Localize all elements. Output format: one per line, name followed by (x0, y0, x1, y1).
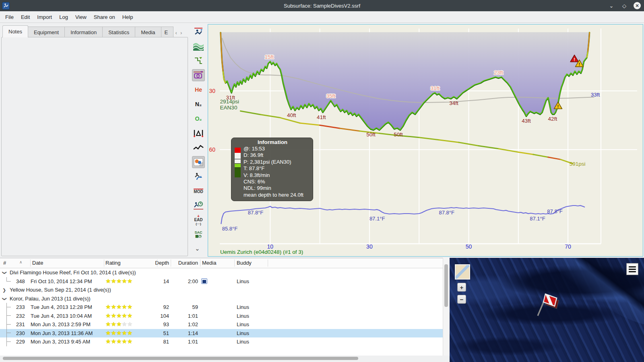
tab-information[interactable]: Information (65, 27, 103, 37)
map-zoom-in-button[interactable]: + (457, 283, 466, 292)
column-header-date[interactable]: Date (32, 260, 101, 266)
menu-share-on[interactable]: Share on (90, 12, 119, 22)
star-3[interactable]: ★ (116, 312, 122, 319)
menu-import[interactable]: Import (33, 12, 56, 22)
scrollbar-thumb[interactable] (444, 264, 448, 307)
menu-log[interactable]: Log (56, 12, 72, 22)
star-3[interactable]: ★ (116, 321, 122, 327)
column-separator[interactable] (171, 259, 171, 267)
minimap-toggle[interactable] (455, 264, 470, 280)
dive-flag-marker[interactable] (532, 290, 560, 318)
tab-media[interactable]: Media (135, 27, 161, 37)
star-4[interactable]: ★ (122, 303, 127, 310)
pp-helium-icon[interactable]: He (192, 84, 205, 96)
dive-row-229[interactable]: 229Mon Jun 3, 2013 9:45 AM★★★★★811:01Lin… (0, 337, 443, 346)
heart-rate-icon[interactable] (192, 142, 205, 154)
star-3[interactable]: ★ (116, 329, 122, 336)
tab-statistics[interactable]: Statistics (103, 27, 135, 37)
tab-equipment[interactable]: Equipment (28, 27, 65, 37)
tab-scroll-left-icon[interactable]: ‹ (174, 30, 178, 36)
toolbar-scroll-down-icon[interactable]: ⌄ (195, 245, 200, 252)
media-thumbnail-icon[interactable] (201, 278, 207, 285)
tab-notes[interactable]: Notes (2, 25, 28, 37)
dive-list-vertical-scrollbar[interactable] (443, 258, 449, 356)
star-5[interactable]: ★ (127, 329, 132, 336)
ndl-tts-icon[interactable] (192, 200, 205, 212)
ceiling-3m-increments-icon[interactable] (192, 55, 205, 67)
dive-row-231[interactable]: 231Mon Jun 3, 2013 2:59 PM★★★★★931:02Lin… (0, 320, 443, 329)
mod-icon[interactable]: MOD (192, 185, 205, 197)
star-1[interactable]: ★ (105, 278, 111, 284)
star-2[interactable]: ★ (111, 329, 116, 336)
dive-row-348[interactable]: 348Fri Oct 10, 2014 12:34 PM★★★★★142:00L… (0, 277, 443, 286)
column-header-rating[interactable]: Rating (105, 260, 142, 266)
star-3[interactable]: ★ (116, 303, 122, 310)
column-separator[interactable] (234, 259, 235, 267)
tab-e[interactable]: E (161, 27, 173, 37)
star-1[interactable]: ★ (105, 338, 111, 345)
column-separator[interactable] (104, 259, 104, 267)
column-separator[interactable] (30, 259, 31, 267)
column-separator[interactable] (200, 259, 200, 267)
star-2[interactable]: ★ (111, 278, 116, 284)
dive-row-230[interactable]: 230Mon Jun 3, 2013 11:36 AM★★★★★511:14Li… (0, 329, 443, 338)
menu-help[interactable]: Help (119, 12, 137, 22)
star-2[interactable]: ★ (111, 312, 116, 319)
menu-view[interactable]: View (72, 12, 90, 22)
star-4[interactable]: ★ (122, 338, 127, 345)
column-header-buddy[interactable]: Buddy (237, 260, 285, 266)
close-icon[interactable]: ✕ (634, 2, 641, 9)
menu-file[interactable]: File (2, 12, 17, 22)
dc-ceiling-icon[interactable] (192, 26, 205, 38)
star-5[interactable]: ★ (127, 303, 132, 310)
dive-row-232[interactable]: 232Tue Jun 4, 2013 10:04 AM★★★★★1041:01L… (0, 312, 443, 321)
column-separator[interactable] (268, 259, 268, 267)
star-5[interactable]: ★ (127, 321, 132, 327)
star-4[interactable]: ★ (122, 321, 127, 327)
star-4[interactable]: ★ (122, 312, 127, 319)
collapse-icon[interactable]: ❯ (2, 271, 7, 275)
tab-scroll-right-icon[interactable]: › (179, 30, 183, 36)
scrollbar-thumb[interactable] (3, 357, 358, 360)
column-separator[interactable] (157, 259, 157, 267)
pp-nitrogen-icon[interactable]: N₂ (192, 98, 205, 110)
column-header-duration[interactable]: Duration (171, 260, 198, 266)
trip-row[interactable]: ❯Yellow House, Sun Sep 21, 2014 (1 dive(… (0, 286, 443, 294)
star-1[interactable]: ★ (105, 303, 111, 310)
star-1[interactable]: ★ (105, 329, 111, 336)
dive-site-map[interactable]: + − (450, 258, 644, 362)
trip-row[interactable]: ❯Divi Flamingo House Reef, Fri Oct 10, 2… (0, 268, 443, 277)
trip-row[interactable]: ❯Koror, Palau, Jun 2013 (11 dive(s)) (0, 294, 443, 303)
pp-oxygen-icon[interactable]: O₂ (192, 113, 205, 125)
star-4[interactable]: ★ (122, 278, 127, 284)
star-4[interactable]: ★ (122, 329, 127, 336)
photos-icon[interactable] (192, 156, 205, 168)
column-header-media[interactable]: Media (202, 260, 226, 266)
menu-edit[interactable]: Edit (17, 12, 33, 22)
calculated-ceiling-icon[interactable] (192, 40, 205, 52)
map-zoom-out-button[interactable]: − (457, 295, 466, 304)
star-5[interactable]: ★ (127, 278, 132, 284)
column-header-depth[interactable]: Depth (143, 260, 169, 266)
dive-list-horizontal-scrollbar[interactable] (0, 356, 449, 361)
maximize-icon[interactable]: ◇ (621, 2, 628, 9)
gas-switch-icon[interactable] (192, 171, 205, 183)
sac-rate-icon[interactable]: SAC▦◷ (192, 228, 205, 241)
star-5[interactable]: ★ (127, 338, 132, 345)
star-1[interactable]: ★ (105, 321, 111, 327)
collapse-icon[interactable]: ❯ (2, 297, 7, 301)
sort-indicator-icon[interactable]: ∧ (19, 260, 22, 264)
star-1[interactable]: ★ (105, 312, 111, 319)
tank-bar-icon[interactable] (192, 69, 205, 81)
star-5[interactable]: ★ (127, 312, 132, 319)
star-3[interactable]: ★ (116, 338, 122, 345)
column-header-num[interactable]: # (3, 260, 19, 266)
map-menu-icon[interactable] (626, 263, 638, 275)
expand-icon[interactable]: ❯ (2, 288, 6, 293)
dive-list-header[interactable]: #DateRatingDepthDurationMediaBuddy∧ (0, 258, 449, 268)
star-2[interactable]: ★ (111, 303, 116, 310)
star-3[interactable]: ★ (116, 278, 122, 284)
mean-depth-icon[interactable] (192, 127, 205, 139)
star-2[interactable]: ★ (111, 338, 116, 345)
minimize-icon[interactable]: ⌄ (608, 2, 615, 9)
